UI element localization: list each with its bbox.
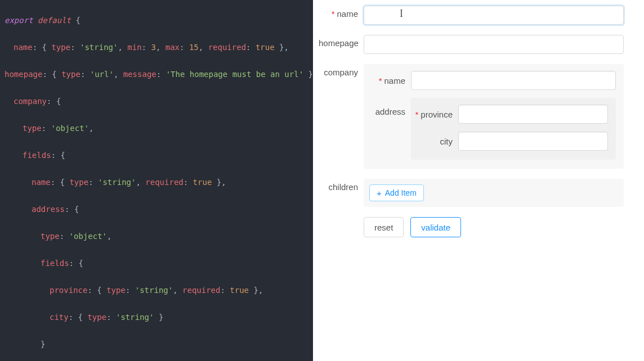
address-label: address [365,98,411,116]
city-label: city [412,137,458,146]
province-label: *province [412,110,458,119]
code-editor: export default { name: { type: 'string',… [0,0,313,361]
form-panel: *name I homepage company *name address *… [313,0,644,361]
reset-button[interactable]: reset [364,217,404,237]
company-group: *name address *province city [364,64,624,169]
address-group: *province city [411,98,616,160]
company-name-input[interactable] [411,71,616,90]
province-input[interactable] [458,105,608,124]
name-label: *name [319,6,364,19]
city-input[interactable] [458,132,608,151]
add-item-button[interactable]: + Add Item [369,184,424,201]
validate-button[interactable]: validate [410,217,461,237]
children-group: + Add Item [364,179,624,207]
homepage-label: homepage [319,35,364,48]
plus-icon: + [377,189,382,197]
company-name-label: *name [365,76,411,85]
children-label: children [319,179,364,192]
company-label: company [319,64,364,77]
homepage-input[interactable] [364,35,624,54]
